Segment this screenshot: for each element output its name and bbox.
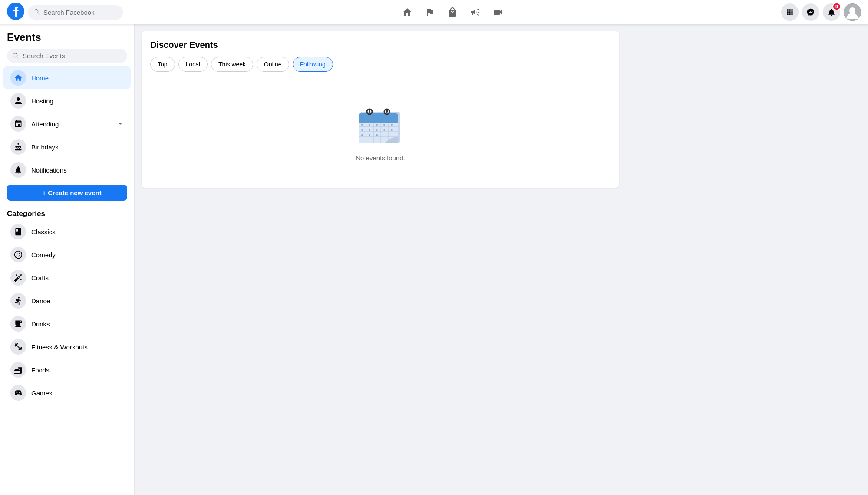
svg-rect-9	[369, 109, 370, 113]
search-bar[interactable]: Search Facebook	[28, 5, 123, 20]
user-avatar[interactable]	[844, 3, 861, 21]
svg-point-3	[15, 251, 22, 259]
svg-point-21	[376, 124, 378, 126]
sidebar-home-label: Home	[31, 74, 124, 82]
svg-point-31	[376, 134, 378, 136]
nav-flag-button[interactable]	[419, 2, 440, 23]
filter-local[interactable]: Local	[178, 57, 208, 72]
svg-point-2	[849, 7, 855, 13]
nav-right: 9	[781, 3, 861, 21]
svg-point-22	[383, 124, 385, 126]
top-navigation: Search Facebook	[0, 0, 868, 24]
categories-title: Categories	[0, 204, 134, 220]
discover-events-card: Discover Events Top Local This week Onli…	[142, 31, 619, 188]
filter-following[interactable]: Following	[293, 57, 333, 72]
sidebar-item-home[interactable]: Home	[3, 66, 131, 89]
home-icon-circle	[10, 70, 26, 86]
sidebar-item-crafts[interactable]: Crafts	[3, 266, 131, 289]
svg-rect-11	[386, 109, 388, 113]
filter-pills: Top Local This week Online Following	[150, 57, 611, 72]
svg-point-26	[376, 129, 378, 131]
birthdays-icon-circle	[10, 139, 26, 155]
games-icon-circle	[10, 385, 26, 401]
svg-point-23	[391, 124, 393, 126]
svg-point-29	[361, 134, 363, 136]
sidebar-crafts-label: Crafts	[31, 274, 124, 282]
nav-center	[123, 2, 781, 23]
nav-video-button[interactable]	[487, 2, 508, 23]
sidebar-comedy-label: Comedy	[31, 251, 124, 259]
facebook-logo[interactable]	[7, 3, 24, 22]
svg-point-30	[369, 134, 370, 136]
sidebar-item-hosting[interactable]: Hosting	[3, 90, 131, 112]
nav-megaphone-button[interactable]	[465, 2, 485, 23]
hosting-icon-circle	[10, 93, 26, 109]
sidebar-item-classics[interactable]: Classics	[3, 220, 131, 243]
foods-icon-circle	[10, 362, 26, 378]
svg-point-28	[391, 129, 393, 131]
filter-online[interactable]: Online	[257, 57, 289, 72]
svg-point-19	[361, 124, 363, 126]
sidebar-item-birthdays[interactable]: Birthdays	[3, 136, 131, 158]
sidebar-classics-label: Classics	[31, 228, 124, 236]
sidebar-hosting-label: Hosting	[31, 97, 124, 105]
nav-marketplace-button[interactable]	[442, 2, 463, 23]
svg-point-27	[383, 129, 385, 131]
empty-state: No events found.	[150, 82, 611, 179]
apps-button[interactable]	[781, 3, 799, 21]
sidebar-fitness-label: Fitness & Workouts	[31, 343, 124, 351]
sidebar-item-games[interactable]: Games	[3, 382, 131, 404]
sidebar-item-attending[interactable]: Attending	[3, 113, 131, 135]
main-content: Discover Events Top Local This week Onli…	[135, 24, 868, 495]
page-layout: Events Search Events Home Host	[0, 24, 868, 495]
fitness-icon-circle	[10, 339, 26, 355]
create-event-label: + Create new event	[42, 189, 101, 196]
notification-badge: 9	[832, 3, 841, 10]
search-placeholder: Search Facebook	[43, 9, 95, 16]
sidebar-attending-label: Attending	[31, 120, 117, 128]
attending-icon-circle	[10, 116, 26, 132]
search-icon	[33, 9, 40, 16]
sidebar-item-comedy[interactable]: Comedy	[3, 243, 131, 266]
sidebar-drinks-label: Drinks	[31, 320, 124, 328]
nav-home-button[interactable]	[397, 2, 418, 23]
dance-icon-circle	[10, 293, 26, 309]
plus-icon	[33, 189, 40, 196]
filter-top[interactable]: Top	[150, 57, 175, 72]
discover-events-title: Discover Events	[150, 40, 611, 50]
search-events-bar[interactable]: Search Events	[7, 49, 127, 63]
crafts-icon-circle	[10, 270, 26, 286]
svg-point-25	[369, 129, 370, 131]
sidebar-item-foods[interactable]: Foods	[3, 359, 131, 381]
notifications-icon-circle	[10, 162, 26, 178]
sidebar-birthdays-label: Birthdays	[31, 143, 124, 151]
create-event-button[interactable]: + Create new event	[7, 185, 127, 201]
calendar-illustration	[354, 100, 406, 147]
svg-rect-7	[359, 119, 398, 123]
sidebar-foods-label: Foods	[31, 366, 124, 374]
sidebar-item-drinks[interactable]: Drinks	[3, 312, 131, 335]
sidebar-title: Events	[0, 24, 134, 47]
svg-point-24	[361, 129, 363, 131]
sidebar-item-dance[interactable]: Dance	[3, 289, 131, 312]
sidebar-games-label: Games	[31, 389, 124, 397]
attending-chevron-icon	[117, 120, 124, 127]
classics-icon-circle	[10, 224, 26, 239]
drinks-icon-circle	[10, 316, 26, 332]
sidebar-item-fitness[interactable]: Fitness & Workouts	[3, 336, 131, 358]
sidebar-notifications-label: Notifications	[31, 166, 124, 174]
sidebar: Events Search Events Home Host	[0, 24, 135, 495]
svg-point-20	[369, 124, 370, 126]
filter-this-week[interactable]: This week	[211, 57, 253, 72]
comedy-icon-circle	[10, 247, 26, 262]
messenger-button[interactable]	[802, 3, 819, 21]
sidebar-item-notifications[interactable]: Notifications	[3, 159, 131, 181]
search-events-placeholder: Search Events	[23, 52, 65, 60]
notifications-button[interactable]: 9	[823, 3, 840, 21]
empty-state-text: No events found.	[356, 154, 405, 162]
search-events-icon	[12, 53, 19, 60]
sidebar-dance-label: Dance	[31, 297, 124, 305]
